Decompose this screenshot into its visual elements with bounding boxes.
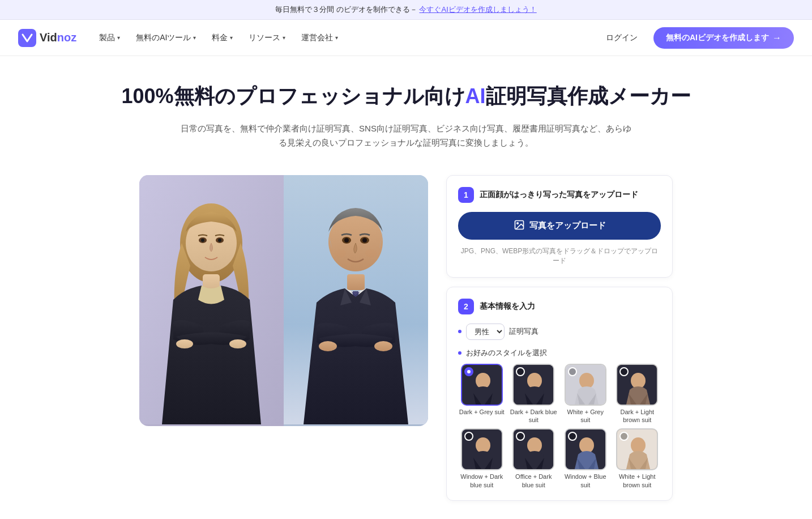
style-caption-window-darkblue: Window + Dark blue suit	[458, 473, 506, 489]
banner-link[interactable]: 今すぐAIビデオを作成しましょう！	[419, 5, 536, 14]
svg-point-19	[365, 249, 377, 257]
style-radio-dark-darkblue	[516, 367, 525, 376]
svg-point-16	[344, 238, 349, 243]
step1-title: 正面顔がはっきり写った写真をアップロード	[480, 190, 638, 200]
style-radio-dark-grey	[464, 367, 473, 376]
bullet-dot	[458, 330, 461, 333]
hero-subtitle: 日常の写真を、無料で仲介業者向け証明写真、SNS向け証明写真、ビジネス向け写真、…	[180, 121, 632, 150]
svg-rect-0	[18, 29, 36, 47]
style-item-window-blue[interactable]: Window + Blue suit	[562, 428, 609, 489]
style-item-dark-darkblue[interactable]: Dark + Dark blue suit	[510, 364, 558, 424]
hero-title: 100%無料のプロフェッショナル向けAI証明写真作成メーカー	[18, 83, 794, 110]
style-item-white-grey[interactable]: White + Grey suit	[562, 364, 609, 424]
svg-point-35	[527, 437, 542, 453]
style-item-dark-lightbrown[interactable]: Dark + Light brown suit	[614, 364, 661, 424]
step2-title: 基本情報を入力	[480, 301, 535, 312]
svg-point-8	[218, 239, 221, 242]
style-caption-dark-darkblue: Dark + Dark blue suit	[510, 408, 558, 424]
style-item-dark-grey[interactable]: Dark + Grey suit	[458, 364, 506, 424]
step2-block: 2 基本情報を入力 男性 女性 証明写真 お好みのスタイルを選択 Dar	[446, 287, 673, 501]
navbar: Vidnoz 製品 ▾ 無料のAIツール ▾ 料金 ▾ リソース ▾ 運営会社 …	[0, 20, 812, 56]
upload-button[interactable]: 写真をアップロード	[458, 212, 661, 240]
style-radio-white-grey	[568, 367, 577, 376]
style-thumb-white-grey	[565, 364, 606, 406]
nav-item-aitools[interactable]: 無料のAIツール ▾	[129, 28, 203, 48]
style-thumb-window-blue	[565, 428, 606, 470]
step1-header: 1 正面顔がはっきり写った写真をアップロード	[458, 187, 661, 203]
style-thumb-white-lightbrown	[616, 428, 658, 470]
upload-hint: JPG、PNG、WEBP形式の写真をドラッグ＆ドロップでアップロード	[458, 246, 661, 266]
nav-item-resources[interactable]: リソース ▾	[242, 28, 292, 48]
style-thumb-dark-lightbrown	[616, 364, 658, 406]
style-thumb-dark-grey	[461, 364, 503, 406]
step1-number: 1	[458, 187, 474, 203]
style-thumb-dark-darkblue	[512, 364, 554, 406]
main-content: 1 正面顔がはっきり写った写真をアップロード 写真をアップロード JPG、PNG…	[0, 161, 812, 519]
svg-point-18	[335, 249, 346, 257]
style-row: お好みのスタイルを選択	[458, 348, 661, 358]
style-header-label: お好みのスタイルを選択	[466, 348, 547, 358]
upload-icon	[514, 219, 525, 232]
chevron-down-icon: ▾	[283, 35, 285, 41]
arrow-icon: →	[772, 33, 781, 43]
svg-point-20	[319, 341, 337, 351]
style-thumb-window-darkblue	[461, 428, 503, 470]
chevron-down-icon: ▾	[117, 35, 120, 41]
style-caption-white-grey: White + Grey suit	[562, 408, 609, 424]
svg-point-27	[527, 373, 542, 389]
chevron-down-icon: ▾	[230, 35, 233, 41]
photo-male	[284, 175, 428, 426]
banner-text: 毎日無料で３分間 のビデオを制作できる－	[275, 5, 417, 14]
svg-point-17	[362, 238, 367, 243]
gender-row: 男性 女性 証明写真	[458, 324, 661, 340]
style-thumb-office-darkblue	[512, 428, 554, 470]
svg-rect-12	[347, 274, 365, 290]
cta-button[interactable]: 無料のAIビデオを作成します →	[653, 27, 794, 49]
photo-female	[139, 175, 284, 426]
photo-examples	[139, 175, 428, 426]
svg-point-23	[516, 223, 518, 224]
svg-point-29	[579, 373, 594, 389]
nav-right: ログイン 無料のAIビデオを作成します →	[599, 27, 794, 49]
svg-point-9	[176, 339, 193, 348]
svg-point-37	[579, 437, 594, 453]
step1-block: 1 正面顔がはっきり写った写真をアップロード 写真をアップロード JPG、PNG…	[446, 175, 673, 278]
step2-header: 2 基本情報を入力	[458, 299, 661, 314]
style-item-white-lightbrown[interactable]: White + Light brown suit	[614, 428, 661, 489]
login-button[interactable]: ログイン	[599, 28, 644, 48]
nav-links: 製品 ▾ 無料のAIツール ▾ 料金 ▾ リソース ▾ 運営会社 ▾	[92, 28, 599, 48]
svg-point-39	[631, 437, 646, 453]
logo[interactable]: Vidnoz	[18, 29, 76, 47]
nav-item-pricing[interactable]: 料金 ▾	[205, 28, 240, 48]
svg-point-25	[476, 373, 490, 389]
gender-select[interactable]: 男性 女性	[466, 324, 505, 340]
style-item-office-darkblue[interactable]: Office + Dark blue suit	[510, 428, 558, 489]
svg-point-7	[201, 239, 204, 242]
style-grid: Dark + Grey suit Dark + Dark blue suit W…	[458, 364, 661, 489]
photo-type-label: 証明写真	[509, 326, 539, 337]
svg-point-21	[374, 341, 392, 351]
bullet-dot-2	[458, 351, 461, 355]
chevron-down-icon: ▾	[193, 35, 196, 41]
style-caption-white-lightbrown: White + Light brown suit	[614, 473, 661, 489]
female-person-svg	[139, 175, 284, 424]
svg-point-33	[476, 437, 490, 453]
style-caption-dark-lightbrown: Dark + Light brown suit	[614, 408, 661, 424]
style-caption-dark-grey: Dark + Grey suit	[459, 408, 505, 416]
svg-point-31	[631, 373, 646, 389]
nav-item-company[interactable]: 運営会社 ▾	[294, 28, 345, 48]
logo-icon	[18, 29, 36, 47]
style-item-window-darkblue[interactable]: Window + Dark blue suit	[458, 428, 506, 489]
style-caption-office-darkblue: Office + Dark blue suit	[510, 473, 558, 489]
chevron-down-icon: ▾	[335, 35, 338, 41]
svg-point-10	[229, 339, 246, 348]
male-person-svg	[284, 175, 428, 424]
style-caption-window-blue: Window + Blue suit	[562, 473, 609, 489]
style-radio-dark-lightbrown	[619, 367, 629, 376]
logo-text: Vidnoz	[40, 31, 76, 44]
nav-item-products[interactable]: 製品 ▾	[92, 28, 127, 48]
step2-number: 2	[458, 299, 474, 314]
right-panel: 1 正面顔がはっきり写った写真をアップロード 写真をアップロード JPG、PNG…	[446, 175, 673, 510]
top-banner: 毎日無料で３分間 のビデオを制作できる－ 今すぐAIビデオを作成しましょう！	[0, 0, 812, 20]
hero-section: 100%無料のプロフェッショナル向けAI証明写真作成メーカー 日常の写真を、無料…	[0, 56, 812, 161]
